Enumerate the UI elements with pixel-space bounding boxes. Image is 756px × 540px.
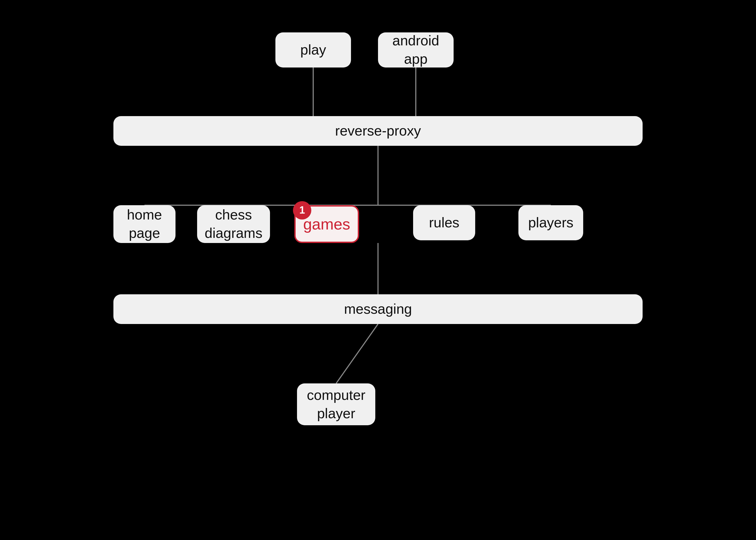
games-node: 1 games: [294, 205, 359, 243]
connectors-svg: [0, 0, 756, 540]
badge-value: 1: [299, 203, 305, 217]
messaging-node: messaging: [113, 294, 643, 324]
svg-line-10: [336, 324, 378, 383]
chess-diagrams-label: chessdiagrams: [205, 206, 262, 242]
play-node: play: [275, 32, 351, 68]
android-app-label: androidapp: [392, 32, 439, 68]
chess-diagrams-node: chessdiagrams: [197, 205, 270, 243]
home-page-label: homepage: [127, 206, 162, 242]
android-app-node: androidapp: [378, 32, 453, 68]
messaging-label: messaging: [344, 300, 412, 318]
computer-player-label: computerplayer: [307, 386, 366, 423]
play-label: play: [300, 41, 326, 59]
games-label: games: [303, 214, 350, 234]
reverse-proxy-node: reverse-proxy: [113, 116, 643, 146]
games-badge: 1: [293, 201, 311, 219]
players-node: players: [518, 205, 583, 240]
players-label: players: [528, 213, 573, 232]
home-page-node: homepage: [113, 205, 176, 243]
reverse-proxy-label: reverse-proxy: [335, 122, 421, 140]
rules-label: rules: [429, 213, 459, 232]
rules-node: rules: [413, 205, 475, 240]
computer-player-node: computerplayer: [297, 383, 375, 425]
diagram-container: play androidapp reverse-proxy homepage c…: [0, 0, 756, 540]
